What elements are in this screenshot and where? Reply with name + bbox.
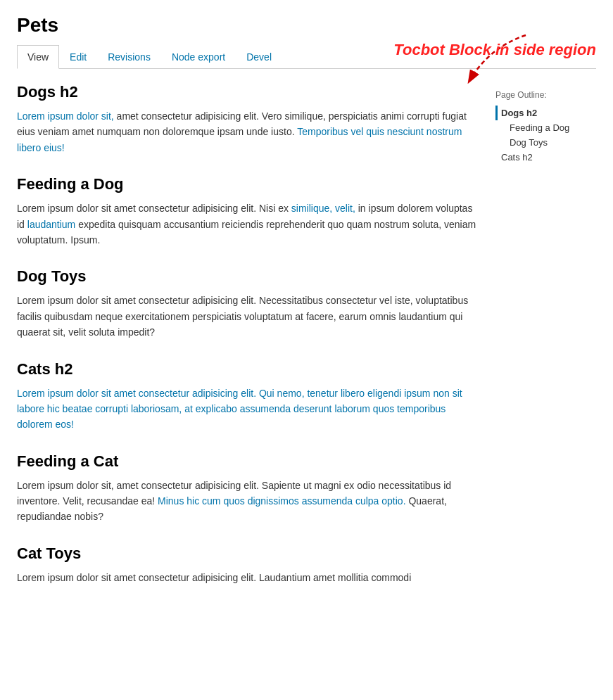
section-dog-toys: Dog ToysLorem ipsum dolor sit amet conse… bbox=[17, 267, 481, 340]
section-dogs-h2: Dogs h2Lorem ipsum dolor sit, amet conse… bbox=[17, 83, 481, 155]
side-region: Tocbot Block in side region Page Outline… bbox=[481, 83, 596, 605]
section-heading-dog-toys: Dog Toys bbox=[17, 267, 481, 286]
section-heading-feeding-a-cat: Feeding a Cat bbox=[17, 452, 481, 471]
toc-item-cats-h2[interactable]: Cats h2 bbox=[495, 150, 596, 165]
section-cats-h2: Cats h2Lorem ipsum dolor sit amet consec… bbox=[17, 360, 481, 433]
page-title: Pets bbox=[17, 14, 596, 37]
section-cat-toys: Cat ToysLorem ipsum dolor sit amet conse… bbox=[17, 545, 481, 585]
tab-revisions[interactable]: Revisions bbox=[97, 45, 161, 68]
toc-item-dog-toys[interactable]: Dog Toys bbox=[495, 135, 596, 150]
tab-node-export[interactable]: Node export bbox=[161, 45, 236, 68]
section-heading-cats-h2: Cats h2 bbox=[17, 360, 481, 378]
section-body-dogs-h2: Lorem ipsum dolor sit, amet consectetur … bbox=[17, 108, 481, 155]
content-wrapper: Dogs h2Lorem ipsum dolor sit, amet conse… bbox=[17, 83, 596, 605]
tab-devel[interactable]: Devel bbox=[236, 45, 282, 68]
toc-link-feeding-a-dog[interactable]: Feeding a Dog bbox=[510, 122, 569, 133]
section-body-feeding-a-cat: Lorem ipsum dolor sit, amet consectetur … bbox=[17, 478, 481, 525]
toc-link-cats-h2[interactable]: Cats h2 bbox=[501, 152, 533, 163]
tab-edit[interactable]: Edit bbox=[59, 45, 97, 68]
page-outline: Page Outline: Dogs h2Feeding a DogDog To… bbox=[495, 90, 596, 165]
section-heading-feeding-a-dog: Feeding a Dog bbox=[17, 175, 481, 193]
toc-list: Dogs h2Feeding a DogDog ToysCats h2 bbox=[495, 106, 596, 165]
page-outline-title: Page Outline: bbox=[495, 90, 596, 100]
tab-view[interactable]: View bbox=[17, 45, 59, 69]
section-feeding-a-cat: Feeding a CatLorem ipsum dolor sit, amet… bbox=[17, 452, 481, 525]
section-body-dog-toys: Lorem ipsum dolor sit amet consectetur a… bbox=[17, 293, 481, 340]
section-body-cats-h2: Lorem ipsum dolor sit amet consectetur a… bbox=[17, 386, 481, 433]
section-heading-dogs-h2: Dogs h2 bbox=[17, 83, 481, 101]
section-body-cat-toys: Lorem ipsum dolor sit amet consectetur a… bbox=[17, 570, 481, 585]
section-body-feeding-a-dog: Lorem ipsum dolor sit amet consectetur a… bbox=[17, 201, 481, 248]
toc-item-dogs-h2[interactable]: Dogs h2 bbox=[495, 106, 596, 120]
toc-item-feeding-a-dog[interactable]: Feeding a Dog bbox=[495, 120, 596, 135]
main-content: Dogs h2Lorem ipsum dolor sit, amet conse… bbox=[17, 83, 481, 605]
section-feeding-a-dog: Feeding a DogLorem ipsum dolor sit amet … bbox=[17, 175, 481, 248]
section-heading-cat-toys: Cat Toys bbox=[17, 545, 481, 563]
toc-link-dogs-h2[interactable]: Dogs h2 bbox=[501, 108, 537, 118]
annotation-label: Tocbot Block in side region bbox=[393, 41, 596, 59]
toc-link-dog-toys[interactable]: Dog Toys bbox=[510, 137, 548, 148]
